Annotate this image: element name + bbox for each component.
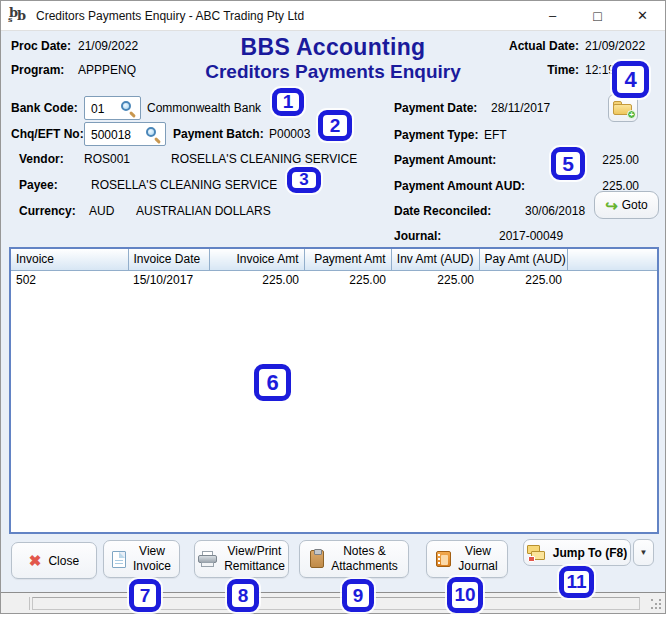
label-line: Notes & <box>343 544 386 558</box>
view-invoice-label: View Invoice <box>133 544 171 574</box>
jump-to-label: Jump To (F8) <box>553 546 627 560</box>
label-line: Attachments <box>331 559 398 573</box>
actual-date-value: 21/09/2022 <box>585 39 645 53</box>
date-reconciled-value: 30/06/2018 <box>525 204 585 218</box>
time-label: Time: <box>547 63 579 77</box>
bank-code-input[interactable]: 01 <box>84 96 141 120</box>
window-controls: – □ ✕ <box>530 1 665 30</box>
chevron-down-icon: ▼ <box>640 548 648 557</box>
chq-eft-label: Chq/EFT No: <box>11 127 84 141</box>
label-line: Journal <box>458 559 497 573</box>
label-line: View <box>465 544 491 558</box>
payment-amount-label: Payment Amount: <box>394 153 496 167</box>
magnifier-handle <box>129 111 136 118</box>
magnifier-handle <box>154 137 161 144</box>
currency-label: Currency: <box>19 204 76 218</box>
actual-date-label: Actual Date: <box>509 39 579 53</box>
maximize-button[interactable]: □ <box>575 1 620 30</box>
callout-3: 3 <box>287 167 321 193</box>
folder-add-icon: + <box>613 101 633 116</box>
goto-button[interactable]: ↪ Goto <box>594 191 659 219</box>
notes-attachments-button[interactable]: Notes & Attachments <box>299 540 409 578</box>
magnifier-lens <box>146 127 156 137</box>
invoice-table: Invoice Invoice Date Invoice Amt Payment… <box>9 247 659 534</box>
date-reconciled-label: Date Reconciled: <box>394 204 491 218</box>
chq-eft-input[interactable]: 500018 <box>84 122 166 146</box>
callout-4: 4 <box>612 61 649 98</box>
table-row[interactable]: 502 15/10/2017 225.00 225.00 225.00 225.… <box>11 270 657 290</box>
cell-inv-amt-aud: 225.00 <box>391 270 479 290</box>
label-line: Remittance <box>224 559 285 573</box>
time-value: 12:19 <box>585 63 615 77</box>
jump-to-button[interactable]: Jump To (F8) <box>523 539 631 566</box>
bank-name-value: Commonwealth Bank <box>147 101 261 115</box>
label-line: View <box>139 544 165 558</box>
callout-11: 11 <box>559 566 594 598</box>
callout-5: 5 <box>551 147 585 180</box>
attachments-quick-button[interactable]: + <box>608 94 638 122</box>
journal-value: 2017-00049 <box>499 229 563 243</box>
payee-label: Payee: <box>19 178 58 192</box>
label-line: View/Print <box>228 544 282 558</box>
cell-invoice-amt: 225.00 <box>209 270 304 290</box>
col-invoice-date: Invoice Date <box>128 249 209 270</box>
col-filler <box>567 249 657 270</box>
red-x-icon: ✖ <box>29 553 42 568</box>
callout-9: 9 <box>342 579 374 612</box>
payment-batch-label: Payment Batch: <box>173 127 264 141</box>
cell-pay-amt-aud: 225.00 <box>479 270 567 290</box>
folders-icon <box>527 545 547 561</box>
red-badge <box>528 556 535 562</box>
bbs-logo-icon: b b s <box>8 7 28 25</box>
view-journal-label: View Journal <box>458 544 497 574</box>
window-title: Creditors Payments Enquiry - ABC Trading… <box>36 9 304 23</box>
chq-lookup-magnifier-icon[interactable] <box>146 127 162 143</box>
minimize-button[interactable]: – <box>530 1 575 30</box>
jump-to-dropdown-button[interactable]: ▼ <box>633 539 654 566</box>
close-button-label: Close <box>48 554 79 568</box>
vendor-name-value: ROSELLA'S CLEANING SERVICE <box>171 152 357 166</box>
cell-payment-amt: 225.00 <box>304 270 391 290</box>
app-window: b b s Creditors Payments Enquiry - ABC T… <box>0 0 666 614</box>
col-invoice-amt: Invoice Amt <box>209 249 304 270</box>
currency-name-value: AUSTRALIAN DOLLARS <box>136 204 271 218</box>
table-header-row: Invoice Invoice Date Invoice Amt Payment… <box>11 249 657 270</box>
logo-letter: s <box>8 14 13 24</box>
cell-invoice-date: 15/10/2017 <box>128 270 209 290</box>
payee-value: ROSELLA'S CLEANING SERVICE <box>91 178 277 192</box>
journal-book-icon <box>436 551 451 567</box>
bank-code-label: Bank Code: <box>11 101 78 115</box>
clipboard-icon <box>310 550 324 568</box>
callout-6: 6 <box>254 364 291 401</box>
chq-eft-input-value: 500018 <box>91 128 131 142</box>
col-payment-amt: Payment Amt <box>304 249 391 270</box>
close-window-button[interactable]: ✕ <box>620 1 665 30</box>
col-pay-amt-aud: Pay Amt (AUD) <box>479 249 567 270</box>
status-cell-main <box>32 597 640 610</box>
payment-date-value: 28/11/2017 <box>491 101 550 115</box>
goto-button-label: Goto <box>622 198 648 212</box>
close-button[interactable]: ✖ Close <box>11 542 97 579</box>
vendor-label: Vendor: <box>19 152 64 166</box>
bank-lookup-magnifier-icon[interactable] <box>121 101 137 117</box>
view-print-remittance-label: View/Print Remittance <box>224 544 285 574</box>
payment-amount-value: 225.00 <box>602 153 639 167</box>
bank-code-input-value: 01 <box>91 102 104 116</box>
col-invoice: Invoice <box>11 249 128 270</box>
printer-tray <box>201 562 214 567</box>
view-print-remittance-button[interactable]: View/Print Remittance <box>194 540 289 578</box>
callout-10: 10 <box>447 577 483 613</box>
resize-grip[interactable] <box>650 598 661 609</box>
payment-amount-aud-label: Payment Amount AUD: <box>394 179 525 193</box>
notes-attachments-label: Notes & Attachments <box>331 544 398 574</box>
printer-icon <box>198 551 217 567</box>
view-invoice-button[interactable]: View Invoice <box>103 540 180 578</box>
document-icon <box>112 551 126 568</box>
status-cell-left <box>3 597 30 610</box>
callout-1: 1 <box>272 88 304 116</box>
journal-label: Journal: <box>394 229 441 243</box>
view-journal-button[interactable]: View Journal <box>426 540 508 578</box>
label-line: Invoice <box>133 559 171 573</box>
cell-invoice: 502 <box>11 270 128 290</box>
magnifier-lens <box>121 101 131 111</box>
